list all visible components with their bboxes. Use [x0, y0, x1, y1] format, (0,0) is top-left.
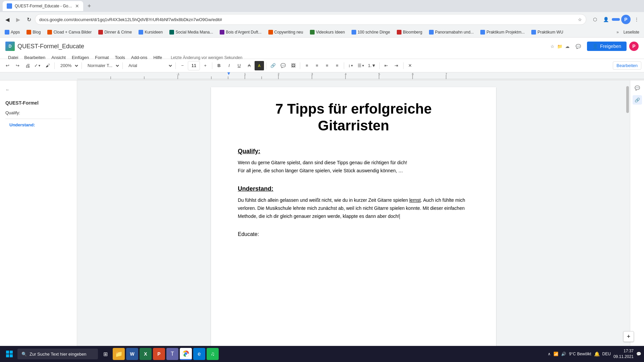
- comments-button[interactable]: 💬: [572, 40, 584, 52]
- active-tab[interactable]: QUEST-Formel_Educate - Goo... ✕: [3, 1, 83, 11]
- tray-hidden-icons[interactable]: ∧: [548, 352, 551, 356]
- refresh-button[interactable]: ↻: [24, 15, 34, 24]
- indent-less-button[interactable]: ⇤: [382, 61, 391, 70]
- new-tab-button[interactable]: +: [85, 1, 94, 11]
- font-increase-button[interactable]: +: [201, 61, 210, 70]
- pause-button[interactable]: [612, 18, 620, 21]
- user-avatar[interactable]: P: [621, 15, 631, 24]
- page-add-button[interactable]: +: [623, 331, 630, 342]
- bookmark-wu[interactable]: Praktikum WU: [529, 29, 565, 35]
- share-button[interactable]: 👤 Freigeben: [587, 42, 627, 51]
- extension-icon[interactable]: ⬡: [590, 15, 600, 24]
- underline-button[interactable]: U: [234, 61, 244, 70]
- leseliste-button[interactable]: Leseliste: [622, 29, 641, 35]
- bookmark-blog[interactable]: Blog: [24, 29, 43, 35]
- scrollbar-thumb[interactable]: [626, 86, 629, 113]
- address-bar[interactable]: docs.google.com/document/d/1gq1vR4X3ek12…: [35, 14, 586, 25]
- align-left-button[interactable]: ≡: [302, 61, 312, 70]
- menu-dots-icon[interactable]: ⋮: [632, 15, 641, 24]
- notification-icon[interactable]: 🔔: [594, 351, 600, 357]
- comment-button[interactable]: 💬: [278, 61, 288, 70]
- chat-panel-icon[interactable]: 💬: [633, 83, 642, 93]
- sound-icon[interactable]: 🔊: [561, 352, 566, 356]
- font-size-input[interactable]: [188, 61, 200, 70]
- tab-close-icon[interactable]: ✕: [75, 3, 79, 9]
- sidebar-qualify[interactable]: Qualify:: [3, 110, 74, 116]
- taskbar-ppt-app[interactable]: P: [153, 348, 165, 360]
- docs-document-title[interactable]: QUEST-Formel_Educate: [17, 43, 548, 50]
- keyboard-layout[interactable]: DEU: [602, 352, 611, 356]
- menu-addons[interactable]: Add-ons: [128, 54, 150, 61]
- menu-datei[interactable]: Datei: [5, 54, 21, 61]
- line-spacing-button[interactable]: ↕▼: [346, 61, 356, 70]
- menu-ansicht[interactable]: Ansicht: [49, 54, 68, 61]
- cloud-icon[interactable]: ☁: [565, 44, 570, 49]
- taskbar-spotify-app[interactable]: ♫: [207, 348, 219, 360]
- font-decrease-button[interactable]: −: [178, 61, 187, 70]
- clear-format-button[interactable]: ✕: [406, 61, 415, 70]
- bookmark-bois[interactable]: Bois d'Argent Duft...: [218, 29, 263, 35]
- bullets-button[interactable]: ☰▼: [356, 61, 366, 70]
- bookmark-kursideen[interactable]: Kursideen: [137, 29, 165, 35]
- bookmark-dinner[interactable]: Dinner & Crime: [96, 29, 134, 35]
- menu-hilfe[interactable]: Hilfe: [151, 54, 165, 61]
- bookmark-social[interactable]: Social Media Mana...: [167, 29, 215, 35]
- start-button[interactable]: [3, 347, 16, 361]
- notification-center-icon[interactable]: 💬: [636, 352, 641, 356]
- taskbar-excel-app[interactable]: X: [140, 348, 152, 360]
- image-button[interactable]: 🖼: [288, 61, 298, 70]
- doc-area[interactable]: 7 Tipps für erfolgreiche Gitarristen Qua…: [77, 80, 630, 362]
- move-icon[interactable]: 📁: [557, 44, 562, 49]
- bookmark-bloomberg[interactable]: Bloomberg: [395, 29, 424, 35]
- link-button[interactable]: 🔗: [268, 61, 278, 70]
- menu-format[interactable]: Format: [92, 54, 111, 61]
- numbered-button[interactable]: 1.▼: [367, 61, 377, 70]
- align-right-button[interactable]: ≡: [322, 61, 332, 70]
- menu-tools[interactable]: Tools: [112, 54, 127, 61]
- bookmark-praktikum[interactable]: Praktikum Projektm...: [478, 29, 527, 35]
- highlight-button[interactable]: A: [255, 61, 264, 70]
- task-view-button[interactable]: ⊞: [99, 348, 111, 360]
- paintformat-button[interactable]: 🖌: [43, 61, 52, 70]
- taskbar-edge-app[interactable]: e: [193, 348, 205, 360]
- zoom-select[interactable]: 200% 150% 100%: [57, 61, 79, 70]
- undo-button[interactable]: ↩: [3, 61, 12, 70]
- back-button[interactable]: ◀: [3, 15, 12, 24]
- link-panel-icon[interactable]: 🔗: [633, 95, 642, 105]
- indent-more-button[interactable]: ⇥: [392, 61, 401, 70]
- docs-user-avatar[interactable]: P: [629, 42, 639, 51]
- doc-scrollbar[interactable]: [625, 80, 630, 362]
- style-select[interactable]: Normaler T... Überschrift 1 Überschrift …: [84, 61, 120, 70]
- bookmark-copywriting[interactable]: Copywriting neu: [266, 29, 305, 35]
- account-icon[interactable]: 👤: [601, 15, 610, 24]
- taskbar-search[interactable]: 🔍 Zur Suche Text hier eingeben: [17, 349, 98, 359]
- network-icon[interactable]: 📶: [553, 352, 558, 356]
- menu-bearbeiten[interactable]: Bearbeiten: [21, 54, 48, 61]
- spellcheck-button[interactable]: ✓▼: [33, 61, 42, 70]
- bold-button[interactable]: B: [214, 61, 224, 70]
- bookmark-videokurs[interactable]: Videokurs Ideen: [308, 29, 347, 35]
- taskbar-chrome-app[interactable]: [180, 348, 192, 360]
- taskbar-explorer-app[interactable]: 📁: [113, 348, 125, 360]
- sidebar-understand[interactable]: Understand:: [3, 122, 74, 128]
- understand-para[interactable]: Du fühlst dich allein gelassen und weißt…: [238, 196, 469, 220]
- align-center-button[interactable]: ≡: [312, 61, 322, 70]
- forward-button[interactable]: ▶: [13, 15, 23, 24]
- bookmark-panorama[interactable]: Panoramabahn und...: [427, 29, 476, 35]
- strikethrough-button[interactable]: A: [245, 61, 254, 70]
- print-button[interactable]: 🖨: [23, 61, 32, 70]
- taskbar-teams-app[interactable]: T: [166, 348, 178, 360]
- taskbar-word-app[interactable]: W: [126, 348, 138, 360]
- font-select[interactable]: Arial Times New Roman: [125, 61, 173, 70]
- bookmark-apps[interactable]: Apps: [3, 29, 22, 35]
- align-justify-button[interactable]: ≡: [332, 61, 342, 70]
- bearbeiten-button[interactable]: Bearbeiten: [613, 61, 641, 70]
- bookmark-icon[interactable]: ☆: [578, 17, 582, 22]
- bookmark-100[interactable]: 100 schöne Dinge: [350, 29, 392, 35]
- star-icon[interactable]: ☆: [550, 44, 554, 49]
- more-bookmarks-icon[interactable]: »: [616, 30, 619, 35]
- redo-button[interactable]: ↪: [13, 61, 22, 70]
- italic-button[interactable]: I: [224, 61, 234, 70]
- menu-einfügen[interactable]: Einfügen: [69, 54, 92, 61]
- bookmark-canva[interactable]: Cload + Canva Bilder: [45, 29, 94, 35]
